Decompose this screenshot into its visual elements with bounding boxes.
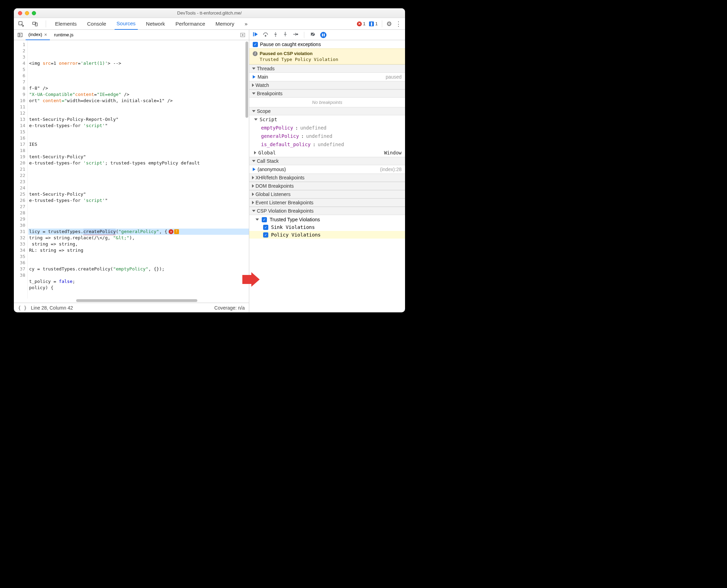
section-threads[interactable]: Threads: [249, 64, 405, 73]
code-line[interactable]: [28, 222, 249, 229]
code-line[interactable]: [28, 66, 249, 73]
scope-variable[interactable]: emptyPolicy: undefined: [249, 124, 405, 132]
frame-location: (index):28: [380, 167, 402, 172]
code-line[interactable]: tent-Security-Policy": [28, 191, 249, 197]
code-line[interactable]: tent-Security-Policy": [28, 154, 249, 160]
vertical-scrollbar[interactable]: [245, 42, 248, 118]
code-line[interactable]: [28, 79, 249, 85]
horizontal-scrollbar-thumb[interactable]: [76, 299, 197, 302]
deactivate-breakpoints-icon[interactable]: [310, 31, 316, 38]
code-content[interactable]: <img src=1 onerror='alert(1)'> -->f-8" /…: [28, 40, 249, 299]
csp-sink-row[interactable]: ✓ Sink Violations: [249, 223, 405, 231]
code-line[interactable]: [28, 129, 249, 135]
code-line[interactable]: [28, 166, 249, 172]
step-over-icon[interactable]: [262, 31, 269, 38]
code-line[interactable]: <img src=1 onerror='alert(1)'> -->: [28, 60, 249, 66]
device-toolbar-icon[interactable]: [31, 20, 39, 28]
code-line[interactable]: [28, 253, 249, 260]
section-xhr-breakpoints[interactable]: XHR/fetch Breakpoints: [249, 173, 405, 182]
step-out-icon[interactable]: [282, 31, 288, 38]
section-watch[interactable]: Watch: [249, 81, 405, 89]
code-line[interactable]: [28, 148, 249, 154]
code-line[interactable]: [28, 179, 249, 185]
code-line[interactable]: licy = trustedTypes.createPolicy("genera…: [28, 229, 249, 235]
close-window-button[interactable]: [18, 11, 22, 15]
scope-variable[interactable]: is_default_policy: undefined: [249, 140, 405, 149]
csp-policy-row[interactable]: ✓ Policy Violations: [249, 231, 405, 239]
code-line[interactable]: RL: string => string: [28, 247, 249, 253]
section-dom-breakpoints[interactable]: DOM Breakpoints: [249, 182, 405, 190]
code-line[interactable]: [28, 210, 249, 216]
tab-sources[interactable]: Sources: [115, 18, 138, 30]
code-line[interactable]: string => string,: [28, 241, 249, 247]
section-global-listeners[interactable]: Global Listeners: [249, 190, 405, 198]
code-line[interactable]: "X-UA-Compatible" content="IE=edge" />: [28, 91, 249, 98]
thread-main[interactable]: Main paused: [249, 73, 405, 81]
show-debugger-icon[interactable]: [239, 31, 247, 39]
section-callstack[interactable]: Call Stack: [249, 157, 405, 165]
checkbox-checked-icon[interactable]: ✓: [263, 232, 268, 238]
code-line[interactable]: [28, 110, 249, 116]
file-tab-index[interactable]: (index) ×: [26, 30, 50, 40]
section-breakpoints[interactable]: Breakpoints: [249, 89, 405, 98]
code-line[interactable]: [28, 104, 249, 110]
section-event-listener-breakpoints[interactable]: Event Listener Breakpoints: [249, 198, 405, 207]
code-line[interactable]: IES: [28, 141, 249, 148]
code-line[interactable]: [28, 185, 249, 191]
scope-variable[interactable]: generalPolicy: undefined: [249, 132, 405, 140]
section-scope[interactable]: Scope: [249, 107, 405, 115]
checkbox-checked-icon[interactable]: ✓: [262, 217, 267, 222]
code-editor[interactable]: 1234567891011121314151617181920212223242…: [14, 40, 249, 299]
checkbox-checked-icon[interactable]: ✓: [263, 225, 268, 230]
code-line[interactable]: t_policy = false;: [28, 278, 249, 285]
section-csp-violation-breakpoints[interactable]: CSP Violation Breakpoints: [249, 207, 405, 215]
code-line[interactable]: [28, 73, 249, 79]
minimize-window-button[interactable]: [25, 11, 29, 15]
error-icon: ✕: [357, 21, 362, 26]
tab-network[interactable]: Network: [144, 18, 167, 30]
code-line[interactable]: cy = trustedTypes.createPolicy("emptyPol…: [28, 266, 249, 272]
code-line[interactable]: policy) {: [28, 285, 249, 291]
file-tab-runtime[interactable]: runtime.js: [51, 30, 76, 40]
code-line[interactable]: e-trusted-types-for 'script'": [28, 197, 249, 204]
step-into-icon[interactable]: [273, 31, 278, 38]
checkbox-checked-icon[interactable]: ✓: [253, 42, 258, 47]
message-counter[interactable]: ❚ 1: [369, 21, 378, 26]
pause-caught-exceptions-row[interactable]: ✓ Pause on caught exceptions: [249, 40, 405, 48]
callstack-frame[interactable]: (anonymous) (index):28: [249, 165, 405, 173]
code-line[interactable]: f-8" />: [28, 85, 249, 91]
tab-memory[interactable]: Memory: [214, 18, 236, 30]
tab-console[interactable]: Console: [85, 18, 108, 30]
resume-icon[interactable]: [252, 31, 258, 38]
code-line[interactable]: [28, 204, 249, 210]
code-line[interactable]: e-trusted-types-for 'script'": [28, 123, 249, 129]
titlebar: DevTools - tt-enforced.glitch.me/: [14, 8, 405, 18]
tab-elements[interactable]: Elements: [53, 18, 79, 30]
tab-performance[interactable]: Performance: [173, 18, 207, 30]
code-line[interactable]: [28, 216, 249, 222]
code-line[interactable]: [28, 272, 249, 278]
scope-script[interactable]: Script: [249, 115, 405, 124]
code-line[interactable]: [28, 172, 249, 179]
close-tab-icon[interactable]: ×: [44, 32, 47, 37]
error-counter[interactable]: ✕ 1: [357, 21, 366, 26]
step-icon[interactable]: [292, 31, 298, 38]
csp-trusted-type-row[interactable]: ✓ Trusted Type Violations: [249, 216, 405, 223]
code-line[interactable]: [28, 135, 249, 141]
code-line[interactable]: tring => string.replace(/\</g, "&lt;"),: [28, 235, 249, 241]
pause-on-exceptions-icon[interactable]: [320, 32, 326, 38]
more-options-icon[interactable]: ⋮: [395, 20, 402, 28]
settings-icon[interactable]: ⚙: [386, 20, 392, 28]
code-line[interactable]: ort" content="width=device-width, initia…: [28, 98, 249, 104]
pretty-print-icon[interactable]: { }: [18, 305, 27, 311]
code-line[interactable]: [28, 260, 249, 266]
tab-more[interactable]: »: [243, 18, 250, 30]
inspect-element-icon[interactable]: [17, 20, 25, 28]
code-line[interactable]: [28, 291, 249, 297]
code-line[interactable]: e-trusted-types-for 'script'; trusted-ty…: [28, 160, 249, 166]
show-navigator-icon[interactable]: [16, 31, 24, 39]
horizontal-scrollbar-track[interactable]: [14, 299, 249, 303]
zoom-window-button[interactable]: [32, 11, 36, 15]
code-line[interactable]: tent-Security-Policy-Report-Only": [28, 116, 249, 123]
scope-global[interactable]: Global Window: [249, 149, 405, 157]
